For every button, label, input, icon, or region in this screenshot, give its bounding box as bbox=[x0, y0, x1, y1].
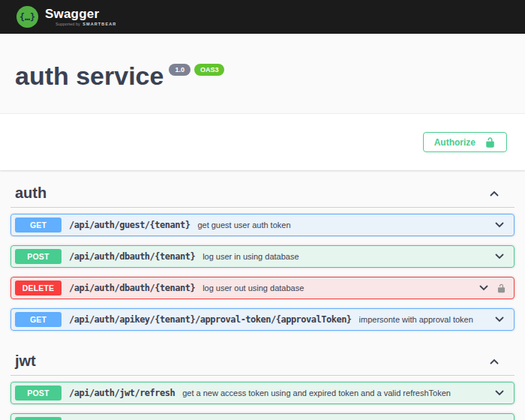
swagger-logo-link[interactable]: {…} Swagger Supported by SMARTBEAR bbox=[16, 5, 116, 28]
operation-description: log user in using database bbox=[202, 252, 487, 261]
section-header-auth[interactable]: auth bbox=[10, 170, 514, 208]
operation-description: get a new access token using and expired… bbox=[182, 388, 487, 398]
method-badge: DELETE bbox=[15, 280, 62, 296]
brand-name: Swagger bbox=[45, 8, 116, 21]
method-badge: GET bbox=[15, 312, 62, 327]
api-title: auth service 1.0 OAS3 bbox=[15, 62, 510, 90]
topbar: {…} Swagger Supported by SMARTBEAR bbox=[0, 0, 525, 34]
api-info-section: auth service 1.0 OAS3 bbox=[0, 34, 525, 114]
tagline-prefix: Supported by bbox=[56, 22, 80, 26]
method-badge: POST bbox=[15, 386, 62, 400]
operation-path: /api/auth/jwt/refresh bbox=[69, 388, 175, 398]
brand-tagline: Supported by SMARTBEAR bbox=[56, 22, 116, 27]
auth-lock-icon[interactable] bbox=[496, 283, 506, 294]
chevron-up-icon bbox=[488, 187, 501, 200]
section-title: auth bbox=[15, 185, 46, 201]
section-title: jwt bbox=[15, 353, 36, 369]
svg-text:{…}: {…} bbox=[20, 12, 35, 22]
method-badge: POST bbox=[15, 249, 62, 264]
chevron-down-icon bbox=[477, 281, 490, 295]
version-badge: 1.0 bbox=[169, 64, 190, 76]
operation-path: /api/auth/guest/{tenant} bbox=[69, 220, 190, 230]
operation-row[interactable]: POST /api/auth/jwt/refresh get a new acc… bbox=[10, 382, 514, 404]
operation-description: impersonte with approval token bbox=[359, 315, 487, 324]
operation-row[interactable]: POST /api/auth/jwt/verify verifies acces… bbox=[10, 413, 514, 420]
scheme-container: Authorize bbox=[0, 114, 525, 170]
api-title-text: auth service bbox=[15, 62, 164, 90]
operation-path: /api/auth/apikey/{tenant}/approval-token… bbox=[69, 314, 352, 325]
section-operations-jwt: POST /api/auth/jwt/refresh get a new acc… bbox=[10, 376, 514, 420]
operation-row[interactable]: POST /api/auth/dbauth/{tenant} log user … bbox=[10, 245, 514, 268]
operation-description: get guest user auth token bbox=[197, 220, 487, 230]
chevron-down-icon bbox=[493, 218, 506, 232]
operation-path: /api/auth/dbauth/{tenant} bbox=[69, 283, 195, 293]
chevron-down-icon bbox=[493, 250, 506, 263]
api-badges: 1.0 OAS3 bbox=[169, 64, 224, 76]
operation-description: log user out using database bbox=[202, 284, 471, 292]
operation-row[interactable]: GET /api/auth/apikey/{tenant}/approval-t… bbox=[10, 308, 514, 331]
smartbear-wordmark: SMARTBEAR bbox=[82, 22, 116, 26]
method-badge: GET bbox=[15, 218, 62, 232]
chevron-up-icon bbox=[488, 355, 501, 368]
operation-path: /api/auth/dbauth/{tenant} bbox=[69, 251, 195, 262]
authorize-button-label: Authorize bbox=[434, 137, 476, 148]
method-badge: POST bbox=[15, 417, 62, 420]
operations-list: auth GET /api/auth/guest/{tenant} get gu… bbox=[0, 170, 525, 420]
operation-row[interactable]: DELETE /api/auth/dbauth/{tenant} log use… bbox=[10, 277, 514, 299]
unlocked-padlock-icon bbox=[484, 136, 496, 148]
swagger-logo-icon: {…} bbox=[16, 5, 39, 28]
chevron-down-icon bbox=[493, 386, 506, 400]
authorize-button[interactable]: Authorize bbox=[423, 132, 507, 152]
chevron-down-icon bbox=[493, 313, 506, 326]
operation-row[interactable]: GET /api/auth/guest/{tenant} get guest u… bbox=[10, 214, 514, 236]
oas3-badge: OAS3 bbox=[194, 64, 225, 76]
section-header-jwt[interactable]: jwt bbox=[10, 340, 514, 376]
section-operations-auth: GET /api/auth/guest/{tenant} get guest u… bbox=[10, 208, 514, 331]
